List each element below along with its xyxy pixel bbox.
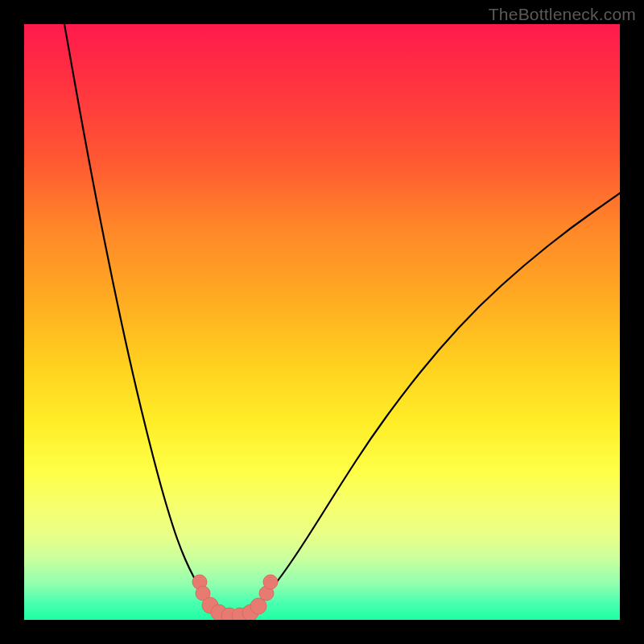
highlight-dot: [263, 575, 278, 589]
plot-area: [24, 24, 620, 620]
bottleneck-curve: [24, 24, 620, 620]
chart-frame: TheBottleneck.com: [0, 0, 644, 644]
bottleneck-path: [64, 24, 620, 615]
watermark-text: TheBottleneck.com: [489, 5, 636, 24]
